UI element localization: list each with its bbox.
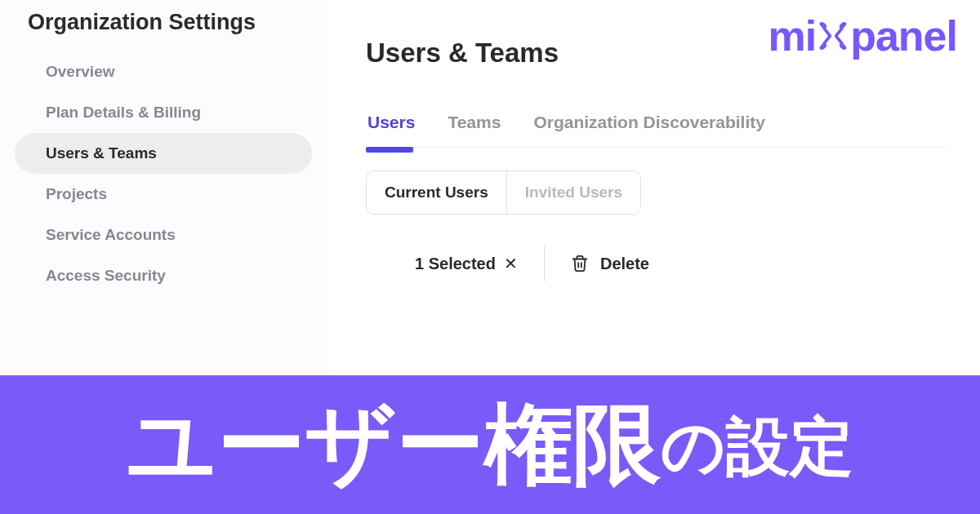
brand-text-pre: mi: [768, 15, 816, 57]
delete-button[interactable]: Delete: [571, 255, 649, 273]
trash-icon: [571, 255, 589, 273]
tab-teams[interactable]: Teams: [446, 104, 502, 147]
sidebar-item-billing[interactable]: Plan Details & Billing: [0, 92, 327, 133]
segment-current-users[interactable]: Current Users: [367, 171, 506, 214]
clear-selection-icon[interactable]: ✕: [504, 254, 518, 273]
sidebar-title: Organization Settings: [0, 10, 327, 51]
tab-users[interactable]: Users: [366, 104, 416, 147]
selection-count-label: 1 Selected: [415, 255, 496, 273]
sidebar-item-overview[interactable]: Overview: [0, 51, 327, 92]
tabs: Users Teams Organization Discoverability: [366, 104, 947, 148]
sidebar: Organization Settings Overview Plan Deta…: [0, 0, 327, 375]
segment-invited-users[interactable]: Invited Users: [506, 171, 640, 214]
action-divider: [544, 246, 545, 281]
sidebar-item-access-security[interactable]: Access Security: [0, 255, 327, 296]
selection-count: 1 Selected ✕: [415, 254, 518, 273]
sidebar-item-service-accounts[interactable]: Service Accounts: [0, 215, 327, 255]
banner-text-big: ユーザー権限: [127, 395, 661, 494]
main-content: mi panel User: [327, 0, 980, 375]
brand-x-icon: [817, 20, 849, 52]
tab-org-discoverability[interactable]: Organization Discoverability: [532, 104, 767, 147]
selection-actions: 1 Selected ✕ Delete: [415, 246, 947, 281]
brand-text-post: panel: [850, 15, 957, 57]
banner-text: ユーザー権限の設定: [127, 401, 853, 489]
banner-text-small: の設定: [661, 410, 853, 482]
sidebar-item-users-teams[interactable]: Users & Teams: [15, 133, 312, 174]
sidebar-item-projects[interactable]: Projects: [0, 174, 327, 215]
delete-button-label: Delete: [600, 255, 649, 273]
brand-logo: mi panel: [768, 15, 957, 57]
user-filter-segmented: Current Users Invited Users: [366, 171, 641, 215]
caption-banner: ユーザー権限の設定: [0, 375, 980, 514]
